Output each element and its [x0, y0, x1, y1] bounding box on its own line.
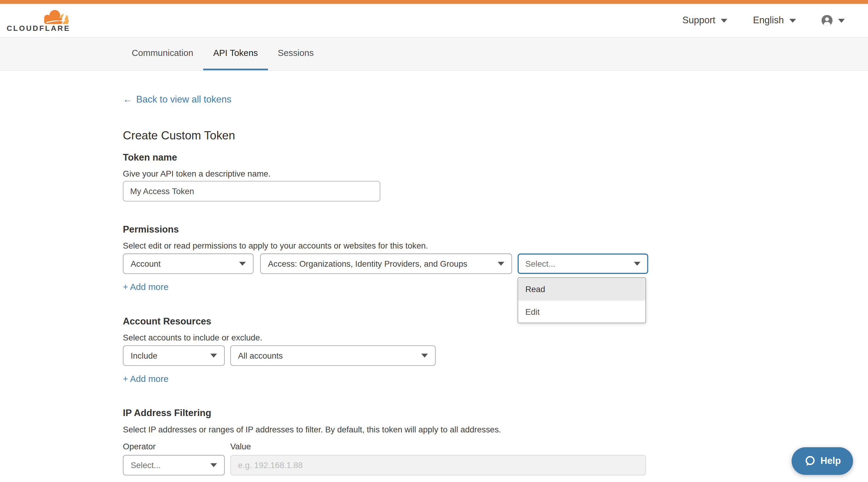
chevron-down-icon [721, 19, 728, 22]
help-button[interactable]: Help [792, 447, 853, 475]
permissions-row: Account Access: Organizations, Identity … [123, 253, 868, 274]
cloudflare-wordmark: CLOUDFLARE [7, 25, 70, 32]
cloudflare-cloud-icon [39, 8, 70, 24]
chevron-down-icon [838, 19, 845, 22]
token-name-heading: Token name [123, 152, 868, 164]
account-resources-add-more-link[interactable]: + Add more [123, 373, 168, 385]
permissions-add-more-link[interactable]: + Add more [123, 281, 168, 293]
brand-accent-bar [0, 0, 868, 4]
resource-accounts-select[interactable]: All accounts [230, 345, 435, 366]
page-title: Create Custom Token [123, 127, 868, 144]
ip-value-input[interactable] [230, 455, 646, 476]
operator-label: Operator [123, 441, 230, 452]
ip-operator-placeholder: Select... [131, 460, 161, 470]
permission-group-select[interactable]: Access: Organizations, Identity Provider… [260, 253, 512, 274]
permission-access-menu: Read Edit [518, 277, 646, 323]
tab-bar: Communication API Tokens Sessions [0, 37, 868, 71]
ip-filtering-labels: Operator Value [123, 441, 868, 452]
account-resources-row: Include All accounts [123, 345, 868, 366]
permissions-heading: Permissions [123, 223, 868, 235]
resource-mode-value: Include [131, 351, 158, 360]
chevron-down-icon [421, 354, 428, 358]
menu-option-edit[interactable]: Edit [518, 300, 645, 323]
account-menu[interactable] [822, 15, 845, 26]
chevron-down-icon [211, 463, 217, 467]
support-label: Support [682, 15, 715, 26]
back-to-tokens-link[interactable]: ← Back to view all tokens [123, 93, 231, 106]
resource-mode-select[interactable]: Include [123, 345, 225, 366]
support-menu[interactable]: Support [682, 15, 727, 26]
value-label: Value [230, 441, 251, 452]
chevron-down-icon [239, 262, 246, 266]
chevron-down-icon [211, 354, 217, 358]
header: CLOUDFLARE Support English [0, 4, 868, 38]
menu-option-read[interactable]: Read [518, 278, 645, 300]
permission-access-placeholder: Select... [525, 259, 555, 268]
permission-scope-select[interactable]: Account [123, 253, 253, 274]
token-name-description: Give your API token a descriptive name. [123, 168, 868, 179]
chevron-down-icon [497, 262, 504, 266]
ip-filtering-heading: IP Address Filtering [123, 407, 868, 419]
user-avatar-icon [822, 15, 833, 26]
tab-communication[interactable]: Communication [122, 37, 203, 70]
ip-filtering-description: Select IP addresses or ranges of IP addr… [123, 424, 868, 435]
back-link-label: Back to view all tokens [136, 93, 231, 106]
permission-scope-value: Account [131, 259, 161, 268]
account-resources-heading: Account Resources [123, 315, 868, 327]
permission-access-select[interactable]: Select... [518, 253, 648, 274]
permission-access-wrap: Select... Read Edit [518, 253, 648, 274]
main-content: ← Back to view all tokens Create Custom … [0, 71, 868, 475]
tab-api-tokens[interactable]: API Tokens [203, 37, 268, 70]
resource-accounts-value: All accounts [238, 351, 283, 360]
header-actions: Support English [682, 15, 845, 26]
chevron-down-icon [789, 19, 796, 22]
left-arrow-icon: ← [123, 93, 132, 106]
language-menu[interactable]: English [753, 15, 796, 26]
cloudflare-logo[interactable]: CLOUDFLARE [6, 8, 70, 32]
help-chat-icon [804, 455, 816, 467]
help-button-label: Help [820, 455, 841, 467]
account-resources-description: Select accounts to include or exclude. [123, 332, 868, 343]
permissions-description: Select edit or read permissions to apply… [123, 240, 868, 251]
page-root: CLOUDFLARE Support English [0, 0, 868, 482]
token-name-input[interactable] [123, 181, 380, 202]
language-label: English [753, 15, 784, 26]
tab-sessions[interactable]: Sessions [268, 37, 324, 70]
ip-filtering-row: Select... [123, 455, 868, 476]
permission-group-value: Access: Organizations, Identity Provider… [268, 259, 467, 268]
chevron-down-icon [634, 262, 641, 266]
ip-operator-select[interactable]: Select... [123, 455, 225, 476]
